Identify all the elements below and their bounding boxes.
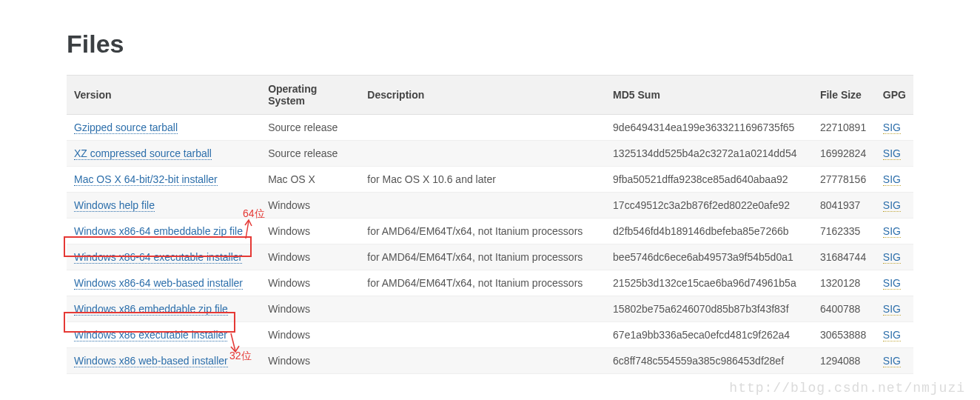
desc-cell (360, 296, 605, 322)
md5-cell: d2fb546fd4b189146dbefeba85e7266b (605, 219, 813, 244)
table-header-row: Version Operating System Description MD5… (67, 76, 913, 115)
os-cell: Source release (261, 141, 360, 167)
md5-cell: 21525b3d132ce15cae6ba96d74961b5a (605, 270, 813, 296)
sig-link[interactable]: SIG (883, 329, 901, 341)
size-cell: 16992824 (813, 141, 876, 167)
version-link[interactable]: Mac OS X 64-bit/32-bit installer (74, 173, 218, 186)
files-table: Version Operating System Description MD5… (67, 75, 913, 374)
col-desc: Description (360, 76, 605, 115)
sig-link[interactable]: SIG (883, 225, 901, 238)
size-cell: 30653888 (813, 322, 876, 348)
sig-link[interactable]: SIG (883, 147, 901, 160)
sig-link[interactable]: SIG (883, 355, 901, 367)
table-row: Windows x86-64 embeddable zip fileWindow… (67, 219, 913, 244)
table-row: Windows x86 embeddable zip fileWindows15… (67, 296, 913, 322)
sig-link[interactable]: SIG (883, 303, 901, 316)
version-link[interactable]: XZ compressed source tarball (74, 147, 212, 160)
col-md5: MD5 Sum (605, 76, 813, 115)
watermark: http://blog.csdn.net/nmjuzi (729, 381, 965, 396)
size-cell: 1320128 (813, 270, 876, 296)
os-cell: Windows (261, 270, 360, 296)
table-row: XZ compressed source tarballSource relea… (67, 141, 913, 167)
md5-cell: 1325134dd525b4a2c3272a1a0214dd54 (605, 141, 813, 167)
desc-cell: for AMD64/EM64T/x64, not Itanium process… (360, 270, 605, 296)
table-row: Gzipped source tarballSource release9de6… (67, 115, 913, 141)
table-row: Windows x86 executable installerWindows6… (67, 322, 913, 348)
desc-cell (360, 141, 605, 167)
size-cell: 27778156 (813, 167, 876, 193)
os-cell: Source release (261, 115, 360, 141)
version-link[interactable]: Windows x86 embeddable zip file (74, 303, 228, 316)
desc-cell (360, 115, 605, 141)
desc-cell (360, 322, 605, 348)
size-cell: 1294088 (813, 348, 876, 374)
md5-cell: 67e1a9bb336a5eca0efcd481c9f262a4 (605, 322, 813, 348)
sig-link[interactable]: SIG (883, 199, 901, 212)
os-cell: Windows (261, 244, 360, 270)
md5-cell: bee5746dc6ece6ab49573a9f54b5d0a1 (605, 244, 813, 270)
version-link[interactable]: Windows x86-64 embeddable zip file (74, 225, 243, 238)
col-version: Version (67, 76, 261, 115)
desc-cell: for Mac OS X 10.6 and later (360, 167, 605, 193)
col-gpg: GPG (876, 76, 913, 115)
sig-link[interactable]: SIG (883, 121, 901, 134)
desc-cell: for AMD64/EM64T/x64, not Itanium process… (360, 244, 605, 270)
os-cell: Windows (261, 348, 360, 374)
md5-cell: 15802be75a6246070d85b87b3f43f83f (605, 296, 813, 322)
version-link[interactable]: Windows x86 executable installer (74, 329, 227, 341)
os-cell: Windows (261, 219, 360, 244)
page-title: Files (67, 30, 913, 59)
sig-link[interactable]: SIG (883, 277, 901, 290)
os-cell: Windows (261, 193, 360, 219)
os-cell: Windows (261, 296, 360, 322)
md5-cell: 6c8ff748c554559a385c986453df28ef (605, 348, 813, 374)
col-size: File Size (813, 76, 876, 115)
sig-link[interactable]: SIG (883, 251, 901, 264)
size-cell: 31684744 (813, 244, 876, 270)
desc-cell (360, 193, 605, 219)
os-cell: Windows (261, 322, 360, 348)
table-row: Windows x86-64 executable installerWindo… (67, 244, 913, 270)
size-cell: 6400788 (813, 296, 876, 322)
version-link[interactable]: Windows x86-64 executable installer (74, 251, 242, 264)
desc-cell (360, 348, 605, 374)
size-cell: 8041937 (813, 193, 876, 219)
size-cell: 22710891 (813, 115, 876, 141)
sig-link[interactable]: SIG (883, 173, 901, 186)
col-os: Operating System (261, 76, 360, 115)
version-link[interactable]: Gzipped source tarball (74, 121, 178, 134)
table-row: Windows help fileWindows17cc49512c3a2b87… (67, 193, 913, 219)
md5-cell: 17cc49512c3a2b876f2ed8022e0afe92 (605, 193, 813, 219)
version-link[interactable]: Windows x86 web-based installer (74, 355, 228, 367)
version-link[interactable]: Windows help file (74, 199, 155, 212)
md5-cell: 9de6494314ea199e3633211696735f65 (605, 115, 813, 141)
version-link[interactable]: Windows x86-64 web-based installer (74, 277, 243, 290)
desc-cell: for AMD64/EM64T/x64, not Itanium process… (360, 219, 605, 244)
md5-cell: 9fba50521dffa9238ce85ad640abaa92 (605, 167, 813, 193)
os-cell: Mac OS X (261, 167, 360, 193)
table-row: Windows x86 web-based installerWindows6c… (67, 348, 913, 374)
size-cell: 7162335 (813, 219, 876, 244)
table-row: Windows x86-64 web-based installerWindow… (67, 270, 913, 296)
table-row: Mac OS X 64-bit/32-bit installerMac OS X… (67, 167, 913, 193)
